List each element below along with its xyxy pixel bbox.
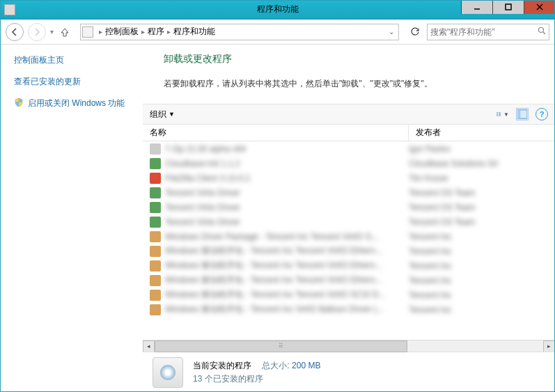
list-item[interactable]: Windows 驱动程序包 - Tencent Inc VirtIO Ballo… (143, 302, 555, 317)
scroll-track[interactable]: ⠿ (155, 340, 543, 352)
program-name: Windows 驱动程序包 - Tencent Inc VirtIO Ballo… (165, 304, 409, 315)
minimize-button[interactable] (461, 0, 492, 14)
list-item[interactable]: Windows Driver Package - Tencent Inc Ten… (143, 229, 555, 244)
window-title: 程序和功能 (257, 3, 299, 15)
program-name: Windows 驱动程序包 - Tencent Inc Tencent Virt… (165, 245, 409, 257)
list-item[interactable]: Tencent Virtio DriverTencent OS Team (143, 214, 555, 229)
program-icon (150, 202, 161, 213)
address-dropdown[interactable]: ⌄ (386, 28, 397, 36)
program-publisher: Tencent Inc (409, 305, 548, 315)
program-name: Cloudbase-Init 1.1.2 (165, 159, 409, 168)
program-list[interactable]: 7-Zip 21.00 alpha x64Igor PavlovCloudbas… (143, 141, 555, 340)
list-item[interactable]: Tencent Virtio DriverTencent OS Team (143, 185, 555, 200)
sidebar-heading[interactable]: 控制面板主页 (14, 54, 143, 66)
details-pane-button[interactable] (516, 108, 529, 120)
window-controls (461, 0, 555, 14)
program-publisher: Tencent Inc (409, 290, 548, 300)
chevron-right-icon[interactable]: ▸ (99, 28, 102, 36)
svg-rect-7 (497, 113, 498, 114)
program-name: Tencent Virtio Driver (165, 188, 409, 198)
program-icon (150, 304, 161, 315)
list-item[interactable]: Windows 驱动程序包 - Tencent Inc Tencent Virt… (143, 258, 555, 273)
shield-icon (14, 97, 24, 109)
chevron-down-icon: ▼ (169, 111, 175, 118)
list-item[interactable]: FileZilla Client 3.13.0.2Tim Kosse (143, 171, 555, 185)
program-publisher: Tim Kosse (409, 173, 548, 183)
program-name: Windows 驱动程序包 - Tencent Inc Tencent Virt… (165, 289, 409, 301)
breadcrumb-item[interactable]: 程序和功能 (173, 26, 215, 38)
system-menu-icon[interactable] (4, 4, 15, 15)
breadcrumb-item[interactable]: 控制面板 (105, 26, 139, 38)
scroll-left-button[interactable]: ◂ (143, 340, 155, 352)
program-icon (150, 260, 161, 272)
horizontal-scrollbar[interactable]: ◂ ⠿ ▸ (143, 340, 555, 352)
program-icon (150, 143, 161, 155)
program-name: FileZilla Client 3.13.0.2 (165, 173, 409, 183)
status-title: 当前安装的程序 (193, 361, 251, 370)
program-name: Tencent Virtio Driver (165, 203, 409, 212)
history-dropdown[interactable]: ▾ (50, 28, 54, 36)
scroll-thumb[interactable]: ⠿ (155, 340, 407, 352)
page-title: 卸载或更改程序 (164, 53, 555, 65)
up-button[interactable] (58, 25, 72, 39)
program-publisher: Tencent OS Team (409, 188, 548, 198)
svg-rect-13 (517, 110, 520, 118)
program-icon (150, 231, 161, 242)
navbar: ▾ ▸ 控制面板 ▸ 程序 ▸ 程序和功能 ⌄ (0, 19, 555, 45)
programs-icon (153, 357, 183, 388)
program-publisher: Tencent Inc (409, 246, 548, 256)
svg-point-4 (539, 28, 544, 33)
toolbar: 组织 ▼ ▼ ? (143, 104, 555, 125)
chevron-right-icon[interactable]: ▸ (141, 28, 145, 36)
sidebar-link-label: 查看已安装的更新 (14, 76, 81, 88)
program-publisher: Tencent Inc (409, 276, 548, 285)
list-item[interactable]: Windows 驱动程序包 - Tencent Inc Tencent Virt… (143, 244, 555, 258)
column-header-name[interactable]: 名称 (143, 125, 409, 141)
program-icon (150, 187, 161, 198)
list-item[interactable]: 7-Zip 21.00 alpha x64Igor Pavlov (143, 141, 555, 156)
svg-rect-9 (499, 112, 501, 113)
forward-button (28, 23, 46, 41)
sidebar-link-updates[interactable]: 查看已安装的更新 (14, 76, 143, 88)
program-icon (150, 173, 161, 184)
search-icon[interactable] (538, 26, 546, 37)
sidebar-link-windows-features[interactable]: 启用或关闭 Windows 功能 (14, 97, 143, 109)
scroll-right-button[interactable]: ▸ (543, 340, 555, 352)
search-input[interactable] (430, 27, 538, 37)
refresh-button[interactable] (407, 24, 423, 40)
page-description: 若要卸载程序，请从列表中将其选中，然后单击"卸载"、"更改"或"修复"。 (164, 78, 555, 90)
address-bar[interactable]: ▸ 控制面板 ▸ 程序 ▸ 程序和功能 ⌄ (80, 24, 399, 40)
organize-button[interactable]: 组织 ▼ (150, 109, 175, 120)
program-name: Windows 驱动程序包 - Tencent Inc Tencent Virt… (165, 260, 409, 272)
status-size-label: 总大小: (262, 361, 289, 370)
program-name: 7-Zip 21.00 alpha x64 (165, 144, 409, 154)
program-publisher: Tencent OS Team (409, 217, 548, 227)
help-button[interactable]: ? (536, 108, 548, 120)
program-name: Tencent Virtio Driver (165, 217, 409, 227)
program-name: Windows Driver Package - Tencent Inc Ten… (165, 232, 409, 242)
close-button[interactable] (524, 0, 555, 14)
list-item[interactable]: Cloudbase-Init 1.1.2Cloudbase Solutions … (143, 156, 555, 171)
titlebar[interactable]: 程序和功能 (0, 0, 555, 19)
program-publisher: Igor Pavlov (409, 144, 548, 154)
maximize-button[interactable] (492, 0, 524, 14)
breadcrumb-item[interactable]: 程序 (148, 26, 164, 38)
column-header-publisher[interactable]: 发布者 (409, 125, 555, 141)
list-header: 名称 发布者 (143, 125, 555, 141)
main-panel: 卸载或更改程序 若要卸载程序，请从列表中将其选中，然后单击"卸载"、"更改"或"… (143, 45, 555, 392)
svg-rect-8 (497, 116, 498, 116)
status-size-value: 200 MB (292, 361, 320, 370)
list-item[interactable]: Windows 驱动程序包 - Tencent Inc Tencent Virt… (143, 288, 555, 302)
list-item[interactable]: Windows 驱动程序包 - Tencent Inc Tencent Virt… (143, 273, 555, 288)
search-box[interactable] (427, 24, 549, 40)
svg-line-5 (543, 32, 545, 34)
program-icon (150, 246, 161, 257)
program-publisher: Tencent OS Team (409, 203, 548, 212)
view-options-button[interactable]: ▼ (497, 108, 509, 120)
program-publisher: Tencent Inc (409, 232, 548, 242)
location-icon (82, 26, 93, 38)
back-button[interactable] (6, 23, 24, 41)
sidebar-link-label: 启用或关闭 Windows 功能 (28, 97, 125, 109)
list-item[interactable]: Tencent Virtio DriverTencent OS Team (143, 200, 555, 214)
chevron-right-icon[interactable]: ▸ (167, 28, 171, 36)
